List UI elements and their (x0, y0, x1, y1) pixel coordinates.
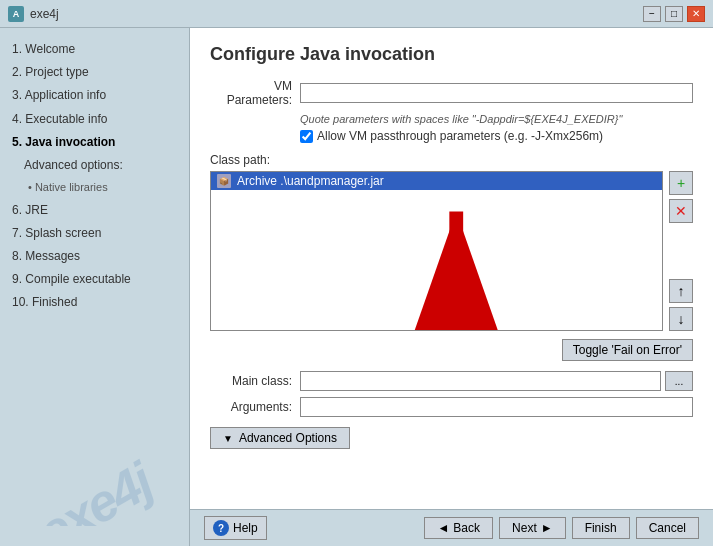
toggle-fail-on-error-button[interactable]: Toggle 'Fail on Error' (562, 339, 693, 361)
advanced-arrow-icon: ▼ (223, 433, 233, 444)
sidebar-item-compile-executable[interactable]: 9. Compile executable (8, 268, 181, 291)
sidebar-item-application-info[interactable]: 3. Application info (8, 84, 181, 107)
finish-button[interactable]: Finish (572, 517, 630, 539)
sidebar-item-advanced-options-label: Advanced options: (8, 154, 181, 177)
advanced-options-label: Advanced Options (239, 431, 337, 445)
arguments-label: Arguments: (210, 400, 300, 414)
sidebar-item-splash-screen[interactable]: 7. Splash screen (8, 222, 181, 245)
list-item[interactable]: 📦 Archive .\uandpmanager.jar (211, 172, 662, 190)
add-classpath-button[interactable]: + (669, 171, 693, 195)
move-up-button[interactable]: ↑ (669, 279, 693, 303)
watermark: exe4j (0, 426, 189, 526)
allow-passthrough-label: Allow VM passthrough parameters (e.g. -J… (317, 129, 603, 143)
main-class-label: Main class: (210, 374, 300, 388)
main-container: 1. Welcome 2. Project type 3. Applicatio… (0, 28, 713, 546)
help-label: Help (233, 521, 258, 535)
app-icon: A (8, 6, 24, 22)
vm-parameters-input[interactable] (300, 83, 693, 103)
next-button[interactable]: Next ► (499, 517, 566, 539)
sidebar-item-finished[interactable]: 10. Finished (8, 291, 181, 314)
vm-parameters-label: VM Parameters: (210, 79, 300, 107)
page-title: Configure Java invocation (210, 44, 693, 65)
vm-hint: Quote parameters with spaces like "-Dapp… (300, 113, 693, 125)
sidebar-item-java-invocation[interactable]: 5. Java invocation (8, 131, 181, 154)
allow-passthrough-row: Allow VM passthrough parameters (e.g. -J… (300, 129, 693, 143)
bottom-bar: ? Help ◄ Back Next ► Finish Cancel (190, 509, 713, 546)
minimize-button[interactable]: − (643, 6, 661, 22)
title-bar: A exe4j − □ ✕ (0, 0, 713, 28)
next-arrow-icon: ► (541, 521, 553, 535)
bottom-right: ◄ Back Next ► Finish Cancel (424, 517, 699, 539)
sidebar-item-project-type[interactable]: 2. Project type (8, 61, 181, 84)
window-title: exe4j (30, 7, 59, 21)
sidebar-item-executable-info[interactable]: 4. Executable info (8, 108, 181, 131)
title-bar-left: A exe4j (8, 6, 59, 22)
close-button[interactable]: ✕ (687, 6, 705, 22)
main-class-browse-button[interactable]: ... (665, 371, 693, 391)
toggle-btn-container: Toggle 'Fail on Error' (210, 339, 693, 361)
cancel-button[interactable]: Cancel (636, 517, 699, 539)
bottom-left: ? Help (204, 516, 267, 540)
window-controls: − □ ✕ (643, 6, 705, 22)
classpath-section: 📦 Archive .\uandpmanager.jar (210, 171, 693, 331)
classpath-item-text: Archive .\uandpmanager.jar (237, 174, 384, 188)
allow-passthrough-checkbox[interactable] (300, 130, 313, 143)
sidebar-item-jre[interactable]: 6. JRE (8, 199, 181, 222)
back-button[interactable]: ◄ Back (424, 517, 493, 539)
main-class-row: Main class: ... (210, 371, 693, 391)
sidebar-item-welcome[interactable]: 1. Welcome (8, 38, 181, 61)
sidebar-item-native-libraries[interactable]: • Native libraries (8, 177, 181, 199)
help-icon: ? (213, 520, 229, 536)
sidebar: 1. Welcome 2. Project type 3. Applicatio… (0, 28, 190, 546)
arguments-row: Arguments: (210, 397, 693, 417)
advanced-options-button[interactable]: ▼ Advanced Options (210, 427, 350, 449)
content-area: Configure Java invocation VM Parameters:… (190, 28, 713, 509)
maximize-button[interactable]: □ (665, 6, 683, 22)
vm-parameters-row: VM Parameters: (210, 79, 693, 107)
advanced-section: ▼ Advanced Options (210, 427, 693, 449)
sidebar-item-messages[interactable]: 8. Messages (8, 245, 181, 268)
archive-icon: 📦 (217, 174, 231, 188)
back-arrow-icon: ◄ (437, 521, 449, 535)
remove-classpath-button[interactable]: ✕ (669, 199, 693, 223)
classpath-action-buttons: + ✕ ↑ ↓ (669, 171, 693, 331)
move-down-button[interactable]: ↓ (669, 307, 693, 331)
main-class-input[interactable] (300, 371, 661, 391)
help-button[interactable]: ? Help (204, 516, 267, 540)
classpath-list: 📦 Archive .\uandpmanager.jar (210, 171, 663, 331)
classpath-label: Class path: (210, 153, 693, 167)
next-label: Next (512, 521, 537, 535)
back-label: Back (453, 521, 480, 535)
arguments-input[interactable] (300, 397, 693, 417)
